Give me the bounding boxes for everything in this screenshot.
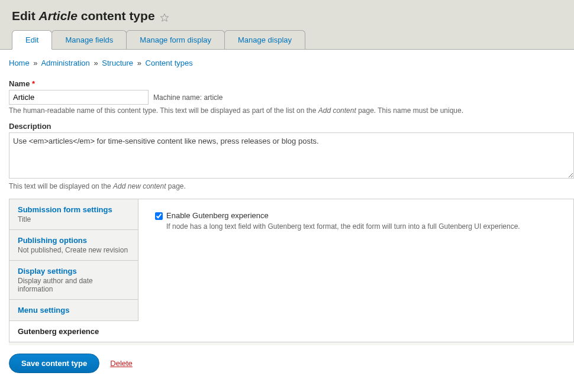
name-field-wrapper: Name * Machine name: article The human-r… (9, 79, 574, 115)
tab-edit[interactable]: Edit (12, 30, 52, 50)
vtab-summary: Title (18, 215, 130, 223)
svg-marker-0 (160, 14, 168, 21)
page-title-suffix: content type (81, 9, 155, 22)
primary-tabs: Edit Manage fields Manage form display M… (12, 30, 562, 49)
vtab-title: Display settings (18, 267, 130, 276)
name-label: Name * (9, 79, 574, 88)
save-button[interactable]: Save content type (9, 354, 99, 373)
vertical-tabs-panel: Enable Gutenberg experience If node has … (138, 199, 573, 342)
description-label: Description (9, 122, 574, 131)
description-textarea[interactable]: Use <em>articles</em> for time-sensitive… (9, 132, 574, 179)
breadcrumb-content-types[interactable]: Content types (146, 59, 193, 67)
enable-gutenberg-description: If node has a long text field with Guten… (166, 222, 562, 231)
vtab-title: Menu settings (18, 306, 130, 315)
enable-gutenberg-label: Enable Gutenberg experience (166, 211, 269, 220)
machine-name-label: Machine name: article (153, 93, 222, 102)
page-title: Edit Article content type (12, 9, 562, 23)
description-help-text: This text will be displayed on the Add n… (9, 182, 574, 190)
tab-manage-fields[interactable]: Manage fields (51, 30, 127, 49)
vtab-title: Gutenberg experience (18, 327, 130, 336)
vtab-menu-settings[interactable]: Menu settings (9, 300, 138, 321)
breadcrumb-structure[interactable]: Structure (102, 59, 133, 67)
name-help-text: The human-readable name of this content … (9, 106, 574, 115)
vtab-gutenberg-experience[interactable]: Gutenberg experience (9, 321, 138, 342)
vtab-summary: Not published, Create new revision (18, 246, 130, 254)
page-content: Home » Administration » Structure » Cont… (0, 50, 574, 385)
breadcrumb: Home » Administration » Structure » Cont… (9, 59, 574, 67)
name-input[interactable] (9, 90, 149, 105)
vertical-tabs-menu: Submission form settings Title Publishin… (9, 199, 138, 342)
vtab-display-settings[interactable]: Display settings Display author and date… (9, 261, 138, 300)
page-title-prefix: Edit (12, 9, 36, 22)
description-field-wrapper: Description Use <em>articles</em> for ti… (9, 122, 574, 190)
page-title-em: Article (39, 9, 78, 22)
breadcrumb-administration[interactable]: Administration (41, 59, 89, 67)
vtab-title: Publishing options (18, 236, 130, 245)
tab-manage-display[interactable]: Manage display (224, 30, 305, 49)
vtab-title: Submission form settings (18, 205, 130, 214)
delete-link[interactable]: Delete (110, 359, 133, 368)
vertical-tabs-footer (9, 342, 574, 345)
vtab-publishing-options[interactable]: Publishing options Not published, Create… (9, 230, 138, 261)
enable-gutenberg-row: Enable Gutenberg experience (155, 211, 562, 220)
vtab-submission-settings[interactable]: Submission form settings Title (9, 199, 138, 230)
enable-gutenberg-checkbox[interactable] (155, 212, 163, 220)
form-actions: Save content type Delete (9, 354, 574, 373)
vertical-tabs: Submission form settings Title Publishin… (9, 199, 574, 342)
page-header: Edit Article content type Edit Manage fi… (0, 0, 574, 49)
tab-manage-form-display[interactable]: Manage form display (126, 30, 225, 49)
breadcrumb-home[interactable]: Home (9, 59, 30, 67)
favorite-star-icon[interactable] (160, 11, 169, 21)
vtab-summary: Display author and date information (18, 277, 130, 293)
